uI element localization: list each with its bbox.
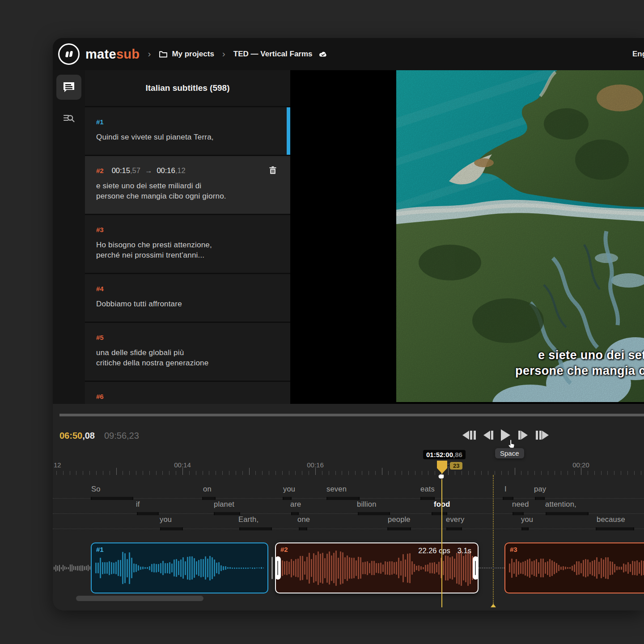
frame-forward-button[interactable] bbox=[517, 428, 528, 442]
word-token[interactable]: billion bbox=[357, 500, 377, 508]
subtitle-list-tab[interactable] bbox=[56, 75, 81, 100]
word-duration-bar[interactable] bbox=[239, 527, 272, 530]
subtitle-text[interactable]: una delle sfide globali piùcritiche dell… bbox=[96, 347, 279, 368]
ruler-tick bbox=[369, 471, 369, 475]
subtitle-text[interactable]: Quindi se vivete sul pianeta Terra, bbox=[96, 132, 279, 142]
word-token[interactable]: you bbox=[283, 485, 295, 493]
subtitle-item-1[interactable]: #1Quindi se vivete sul pianeta Terra, bbox=[85, 107, 290, 155]
ruler-tick bbox=[309, 471, 309, 475]
word-token[interactable]: seven bbox=[326, 485, 347, 493]
word-token[interactable]: if bbox=[136, 500, 140, 508]
previous-subtitle-button[interactable] bbox=[462, 428, 476, 442]
cloud-synced-icon bbox=[317, 50, 328, 59]
current-timecode: 06:50,08 bbox=[59, 431, 95, 441]
ruler-tick bbox=[448, 468, 449, 475]
ruler-tick bbox=[594, 471, 595, 475]
subtitle-bubble-icon bbox=[62, 81, 76, 93]
word-token[interactable]: eats bbox=[420, 485, 435, 493]
subtitle-item-2[interactable]: #200:15,57→00:16,12e siete uno dei sette… bbox=[85, 156, 290, 214]
ruler-tick bbox=[508, 471, 508, 475]
word-duration-bar[interactable] bbox=[521, 527, 529, 530]
word-token[interactable]: you bbox=[160, 515, 172, 524]
word-token[interactable]: Earth, bbox=[238, 515, 258, 524]
playhead-frame-badge[interactable]: 23 bbox=[450, 462, 462, 470]
next-subtitle-button[interactable] bbox=[535, 428, 549, 442]
ruler-tick bbox=[515, 468, 515, 475]
ruler-tick bbox=[495, 471, 495, 475]
subtitle-item-5[interactable]: #5una delle sfide globali piùcritiche de… bbox=[85, 323, 290, 381]
ruler-tick bbox=[222, 471, 223, 475]
ruler-tick bbox=[322, 471, 322, 475]
breadcrumb-chevron-icon: › bbox=[222, 48, 225, 59]
word-token[interactable]: on bbox=[203, 485, 212, 493]
subtitle-timecodes[interactable]: 00:15,57→00:16,12 bbox=[112, 166, 186, 175]
timeline-scrollbar-bottom[interactable] bbox=[76, 596, 203, 601]
word-token[interactable]: you bbox=[521, 515, 533, 524]
ruler-tick bbox=[422, 471, 422, 475]
word-duration-bar[interactable] bbox=[160, 527, 183, 530]
ruler-tick bbox=[568, 471, 568, 475]
word-token[interactable]: because bbox=[597, 515, 625, 524]
word-token[interactable]: every bbox=[446, 515, 464, 524]
word-token[interactable]: pay bbox=[534, 485, 546, 493]
gap-handle[interactable] bbox=[271, 557, 273, 579]
word-token[interactable]: are bbox=[290, 500, 301, 508]
waveform bbox=[509, 546, 644, 590]
breadcrumb-my-projects-label: My projects bbox=[172, 50, 214, 59]
language-selector[interactable]: Eng bbox=[632, 50, 644, 59]
ruler-tick bbox=[501, 471, 502, 475]
left-icon-rail bbox=[53, 70, 85, 404]
word-token[interactable]: planet bbox=[214, 500, 234, 508]
subtitle-block-3[interactable]: #3 bbox=[504, 542, 644, 593]
word-token[interactable]: people bbox=[388, 515, 411, 524]
word-token[interactable]: So bbox=[91, 485, 101, 493]
ruler-tick bbox=[76, 471, 76, 475]
ruler-tick bbox=[196, 471, 196, 475]
subtitle-item-4[interactable]: #4Dobbiamo tutti affrontare bbox=[85, 274, 290, 322]
ruler-tick bbox=[455, 471, 455, 475]
ruler-tick bbox=[362, 471, 362, 475]
ruler-tick bbox=[123, 471, 123, 475]
ruler-tick bbox=[83, 471, 83, 475]
word-duration-bar[interactable] bbox=[387, 527, 411, 530]
duration-value: 3.1s bbox=[458, 547, 471, 555]
matesub-logo[interactable]: matesub bbox=[58, 43, 140, 65]
word-token[interactable]: I bbox=[504, 485, 507, 493]
ruler-tick bbox=[462, 471, 462, 475]
timeline-ruler[interactable]: 1200:1400:1600:1800:20 bbox=[53, 461, 644, 475]
subtitle-item-6[interactable]: #6Dove sei!? Dove sei!? bbox=[85, 382, 290, 404]
subtitle-block-1[interactable]: #1 bbox=[91, 542, 268, 593]
subtitle-text[interactable]: Dobbiamo tutti affrontare bbox=[96, 299, 279, 309]
main-area: Italian subtitles (598) #1Quindi se vive… bbox=[53, 70, 644, 404]
block-resize-handle-left[interactable] bbox=[275, 556, 281, 580]
word-duration-bar[interactable] bbox=[299, 527, 307, 530]
word-duration-bar[interactable] bbox=[446, 527, 462, 530]
timeline-scrollbar-top[interactable] bbox=[59, 414, 644, 416]
ruler-tick bbox=[189, 471, 190, 475]
pointer-hand-cursor bbox=[507, 439, 518, 450]
ruler-tick bbox=[561, 471, 561, 475]
breadcrumb-project[interactable]: TED — Vertical Farms bbox=[233, 50, 328, 59]
word-token[interactable]: one bbox=[297, 515, 310, 524]
word-row: youEarth,onepeopleeveryyoubecause bbox=[53, 513, 644, 529]
frame-back-button[interactable] bbox=[483, 428, 494, 442]
ruler-tick bbox=[555, 471, 555, 475]
word-duration-bar[interactable] bbox=[596, 527, 634, 530]
timeline-section: 06:50,08 09:56,23 Space 1200:1400:1600:1… bbox=[53, 404, 644, 610]
block-label: #1 bbox=[96, 546, 104, 553]
delete-subtitle-button[interactable] bbox=[269, 166, 277, 175]
subtitle-item-3[interactable]: #3Ho bisogno che presti attenzione,perch… bbox=[85, 215, 290, 273]
subtitle-text[interactable]: e siete uno dei sette miliardi dipersone… bbox=[96, 181, 279, 201]
ruler-tick bbox=[295, 471, 296, 475]
subtitle-block-2-selected[interactable]: #2 22.26 cps3.1s bbox=[275, 542, 479, 593]
search-subtitles-tab[interactable] bbox=[56, 106, 81, 131]
block-resize-handle-right[interactable] bbox=[473, 556, 479, 580]
subtitle-text[interactable]: Ho bisogno che presti attenzione,perché … bbox=[96, 240, 279, 260]
block-label: #2 bbox=[280, 546, 288, 553]
word-token[interactable]: attention, bbox=[545, 500, 576, 508]
video-preview[interactable]: e siete uno dei sette miliardi di person… bbox=[396, 70, 644, 402]
breadcrumb-my-projects[interactable]: My projects bbox=[159, 50, 214, 59]
ruler-tick bbox=[481, 471, 482, 475]
ruler-tick bbox=[302, 471, 302, 475]
word-token[interactable]: need bbox=[512, 500, 529, 508]
